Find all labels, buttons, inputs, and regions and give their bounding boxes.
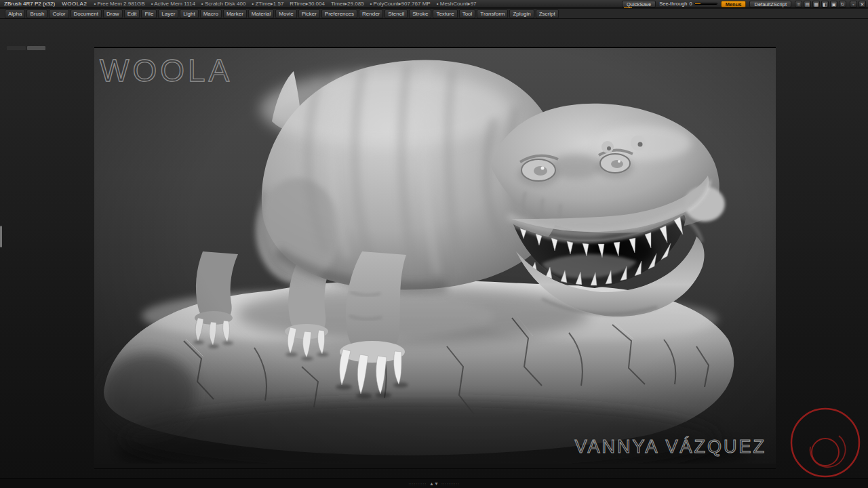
see-through-value: 0 <box>690 1 692 7</box>
document-title: WOOLA2 <box>62 1 87 7</box>
quicksave-button[interactable]: QuickSave <box>622 1 656 7</box>
artist-credit: VANNYA VÁZQUEZ <box>574 436 766 458</box>
default-zscript-button[interactable]: DefaultZScript <box>749 1 791 7</box>
menu-item-light[interactable]: Light <box>180 9 198 18</box>
menu-item-texture[interactable]: Texture <box>433 9 457 18</box>
see-through-slider[interactable]: See-through 0 <box>659 1 717 8</box>
menu-item-brush[interactable]: Brush <box>26 9 47 18</box>
menu-item-color[interactable]: Color <box>49 9 68 18</box>
menu-item-stencil[interactable]: Stencil <box>384 9 408 18</box>
palette-nub-light[interactable] <box>27 46 45 50</box>
see-through-label: See-through <box>659 1 687 7</box>
menu-item-transform[interactable]: Transform <box>477 9 508 18</box>
zscript-play-icon[interactable]: ≡ <box>795 1 802 7</box>
titlebar-stat: RTime▸30.004 <box>290 1 325 7</box>
titlebar-left: ZBrush 4R7 P2 (x32) WOOLA2 • Free Mem 2.… <box>0 1 477 7</box>
menu-item-zscript[interactable]: Zscript <box>536 9 559 18</box>
menu-item-layer[interactable]: Layer <box>158 9 178 18</box>
bottom-bar: :::::::::: ▲▼ :::::::::: <box>0 479 868 488</box>
titlebar-stat: Timer▸29.085 <box>331 1 364 7</box>
menus-toggle-button[interactable]: Menus <box>721 1 747 7</box>
titlebar-stats: • Free Mem 2.981GB• Active Mem 1114• Scr… <box>94 1 476 7</box>
scroll-notches[interactable]: :::::::::: ▲▼ :::::::::: <box>408 481 459 486</box>
menu-item-zplugin[interactable]: Zplugin <box>509 9 534 18</box>
titlebar-right: QuickSave See-through 0 Menus DefaultZSc… <box>622 0 866 8</box>
menu-item-picker[interactable]: Picker <box>298 9 320 18</box>
titlebar-icons: ≡▤▦◧▣↻ <box>795 1 846 7</box>
menu-item-macro[interactable]: Macro <box>200 9 222 18</box>
menu-item-file[interactable]: File <box>141 9 157 18</box>
menu-item-marker[interactable]: Marker <box>223 9 247 18</box>
menu-item-movie[interactable]: Movie <box>275 9 296 18</box>
minimize-button[interactable]: ▫ <box>850 1 857 7</box>
menu-item-tool[interactable]: Tool <box>459 9 476 18</box>
menu-item-stroke[interactable]: Stroke <box>409 9 431 18</box>
app-title: ZBrush 4R7 P2 (x32) <box>4 1 55 7</box>
titlebar-stat: • MeshCount▸97 <box>437 1 477 7</box>
close-button[interactable]: ✕ <box>859 1 866 7</box>
title-bar: ZBrush 4R7 P2 (x32) WOOLA2 • Free Mem 2.… <box>0 0 868 8</box>
titlebar-stat: • Active Mem 1114 <box>151 1 195 7</box>
menu-item-edit[interactable]: Edit <box>124 9 140 18</box>
titlebar-stat: • Free Mem 2.981GB <box>94 1 144 7</box>
menu-bar: AlphaBrushColorDocumentDrawEditFileLayer… <box>0 9 868 19</box>
grid-icon[interactable]: ▦ <box>812 1 820 7</box>
titlebar-stat: • PolyCount▸907.767 MP <box>370 1 431 7</box>
movie-strip-icon[interactable]: ▤ <box>804 1 811 7</box>
document-canvas[interactable]: WOOLA VANNYA VÁZQUEZ <box>94 47 776 469</box>
notches-right: :::::::::: <box>441 482 460 486</box>
menu-item-render[interactable]: Render <box>359 9 383 18</box>
lock-icon[interactable]: ▣ <box>830 1 837 7</box>
menu-item-preferences[interactable]: Preferences <box>321 9 357 18</box>
menu-item-document[interactable]: Document <box>71 9 102 18</box>
scroll-arrows-icon[interactable]: ▲▼ <box>429 481 439 486</box>
window-controls: ▫✕ <box>850 1 866 7</box>
split-view-icon[interactable]: ◧ <box>821 1 829 7</box>
reload-icon[interactable]: ↻ <box>839 1 846 7</box>
palette-nub-dark[interactable] <box>7 46 26 50</box>
titlebar-stat: • ZTime▸1.57 <box>252 1 283 7</box>
see-through-handle[interactable] <box>695 3 701 4</box>
menu-item-material[interactable]: Material <box>248 9 274 18</box>
canvas-bottom-strip <box>94 464 776 468</box>
red-circle-logo <box>787 405 863 481</box>
see-through-track[interactable] <box>694 3 717 5</box>
titlebar-stat: • Scratch Disk 400 <box>201 1 246 7</box>
menu-item-alpha[interactable]: Alpha <box>5 9 25 18</box>
artwork-title: WOOLA <box>100 52 233 89</box>
zbrush-window: ZBrush 4R7 P2 (x32) WOOLA2 • Free Mem 2.… <box>0 0 868 488</box>
left-scrollbar[interactable] <box>0 226 2 247</box>
menu-item-draw[interactable]: Draw <box>103 9 123 18</box>
notches-left: :::::::::: <box>408 482 427 486</box>
sculpt-illustration <box>94 48 776 469</box>
